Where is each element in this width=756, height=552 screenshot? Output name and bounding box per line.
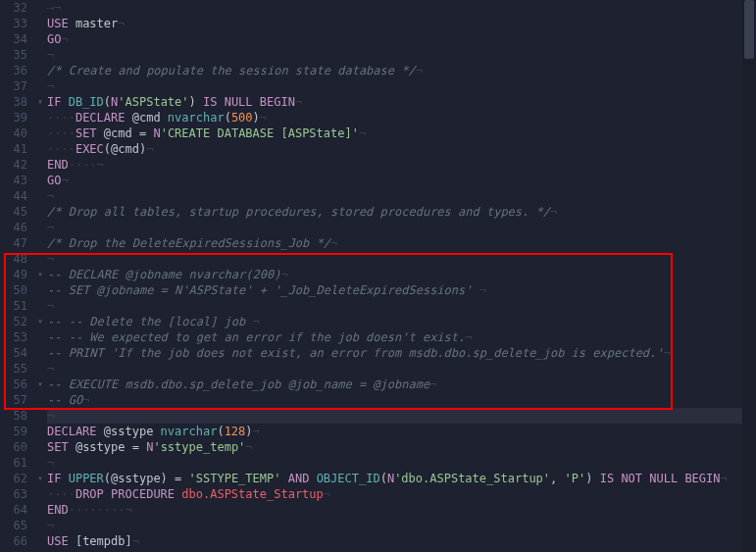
token: GO [47, 174, 61, 187]
code-line[interactable]: ····SET @cmd = N'CREATE DATABASE [ASPSta… [47, 125, 756, 141]
code-line[interactable]: -- -- Delete the [local] job ¬ [47, 314, 756, 329]
token: ¬ [721, 472, 728, 485]
token: 'CREATE DATABASE [ASPState]' [161, 126, 359, 140]
code-line[interactable]: ¬ [47, 361, 756, 376]
code-editor[interactable]: 3233343536373839404142434445464748495051… [0, 0, 756, 552]
code-line[interactable]: ⇢¬ [47, 0, 756, 16]
vertical-scrollbar[interactable] [742, 0, 756, 552]
token: 'sstype_temp' [153, 440, 245, 454]
token: = [132, 440, 139, 454]
fold-marker[interactable]: ▾ [33, 267, 47, 282]
code-line[interactable]: USE master¬ [47, 16, 756, 31]
line-number: 60 [0, 439, 31, 455]
code-line[interactable]: END········¬ [47, 502, 756, 518]
token: AND [288, 472, 310, 485]
code-line[interactable]: ····DECLARE @cmd nvarchar(500)¬ [47, 110, 756, 125]
token: GO [47, 32, 61, 46]
code-line[interactable]: SET @sstype = N'sstype_temp'¬ [47, 439, 756, 455]
code-line[interactable]: -- EXECUTE msdb.dbo.sp_delete_job @job_n… [47, 376, 756, 392]
fold-marker [33, 0, 47, 16]
fold-marker [33, 345, 47, 361]
fold-marker [33, 204, 47, 220]
line-number: 37 [0, 78, 31, 94]
code-line[interactable]: ¬ [47, 251, 756, 267]
fold-marker [33, 455, 47, 471]
fold-marker[interactable]: ▾ [33, 314, 47, 329]
line-number: 44 [0, 188, 31, 204]
token: ¬ [479, 283, 486, 297]
code-line[interactable]: -- -- We expected to get an error if the… [47, 329, 756, 345]
fold-column[interactable]: ▾▾▾▾▾ [33, 0, 47, 552]
code-line[interactable]: /* Drop the DeleteExpiredSessions_Job */… [47, 235, 756, 251]
line-number: 50 [0, 282, 31, 298]
line-number: 45 [0, 204, 31, 220]
fold-marker [33, 31, 47, 47]
line-number: 32 [0, 0, 31, 16]
code-area[interactable]: ⇢¬USE master¬GO¬¬/* Create and populate … [47, 0, 756, 552]
fold-marker [33, 502, 47, 518]
token: IF [47, 472, 61, 485]
token: ¬ [253, 315, 260, 328]
line-number: 61 [0, 455, 31, 471]
code-line[interactable]: /* Drop all tables, startup procedures, … [47, 204, 756, 220]
code-line[interactable]: -- SET @jobname = N'ASPState' + '_Job_De… [47, 282, 756, 298]
token: DROP PROCEDURE [76, 487, 175, 501]
line-number: 40 [0, 125, 31, 141]
line-number: 51 [0, 298, 31, 314]
code-line[interactable]: ¬ [47, 220, 756, 235]
token: master [69, 17, 119, 30]
code-line[interactable]: ¬ [47, 188, 756, 204]
code-line[interactable]: IF DB_ID(N'ASPState') IS NULL BEGIN¬ [47, 94, 756, 110]
code-line[interactable]: END····¬ [47, 157, 756, 173]
code-line[interactable]: ¬ [47, 298, 756, 314]
token: dbo.ASPState_Startup [181, 487, 324, 501]
token: 'dbo.ASPState_Startup' [394, 472, 550, 485]
code-line[interactable]: ····EXEC(@cmd)¬ [47, 141, 756, 157]
fold-marker [33, 424, 47, 439]
fold-marker [33, 63, 47, 78]
code-line[interactable]: GO¬ [47, 173, 756, 188]
line-number: 63 [0, 486, 31, 502]
token: ¬ [416, 64, 423, 77]
token [181, 472, 188, 485]
code-line[interactable]: ¬ [47, 455, 756, 471]
line-number: 39 [0, 110, 31, 125]
token: ········ [69, 503, 126, 517]
code-line[interactable]: -- PRINT 'If the job does not exist, an … [47, 345, 756, 361]
token: ¬ [47, 252, 54, 266]
fold-marker [33, 110, 47, 125]
token: ) [253, 111, 260, 125]
line-number: 55 [0, 361, 31, 376]
token: -- -- Delete the [local] job [47, 315, 245, 328]
code-line[interactable]: ····DROP PROCEDURE dbo.ASPState_Startup¬ [47, 486, 756, 502]
scrollbar-thumb[interactable] [744, 0, 754, 59]
token: ¬ [359, 126, 366, 140]
token: [tempdb] [69, 534, 132, 548]
token: (@sstype) [104, 472, 168, 485]
token: ¬ [47, 48, 54, 62]
line-number: 64 [0, 502, 31, 518]
code-line[interactable]: ¬ [47, 78, 756, 94]
token [168, 472, 175, 485]
code-line[interactable]: ¬ [47, 518, 756, 533]
code-line[interactable]: ¬ [47, 408, 756, 424]
fold-marker[interactable]: ▾ [33, 94, 47, 110]
code-line[interactable]: ¬ [47, 47, 756, 63]
code-line[interactable]: GO¬ [47, 31, 756, 47]
code-line[interactable]: /* Create and populate the session state… [47, 63, 756, 78]
line-number: 47 [0, 235, 31, 251]
line-number: 56 [0, 376, 31, 392]
fold-marker[interactable]: ▾ [33, 376, 47, 392]
fold-marker[interactable]: ▾ [33, 471, 47, 486]
code-line[interactable]: USE [tempdb]¬ [47, 533, 756, 549]
code-line[interactable]: -- GO¬ [47, 392, 756, 408]
token: ¬ [47, 362, 54, 376]
line-number: 33 [0, 16, 31, 31]
code-line[interactable]: DECLARE @sstype nvarchar(128)¬ [47, 424, 756, 439]
fold-marker [33, 439, 47, 455]
fold-marker [33, 235, 47, 251]
code-line[interactable]: IF UPPER(@sstype) = 'SSTYPE_TEMP' AND OB… [47, 471, 756, 486]
line-number: 41 [0, 141, 31, 157]
code-line[interactable]: -- DECLARE @jobname nvarchar(200)¬ [47, 267, 756, 282]
token [472, 283, 479, 297]
